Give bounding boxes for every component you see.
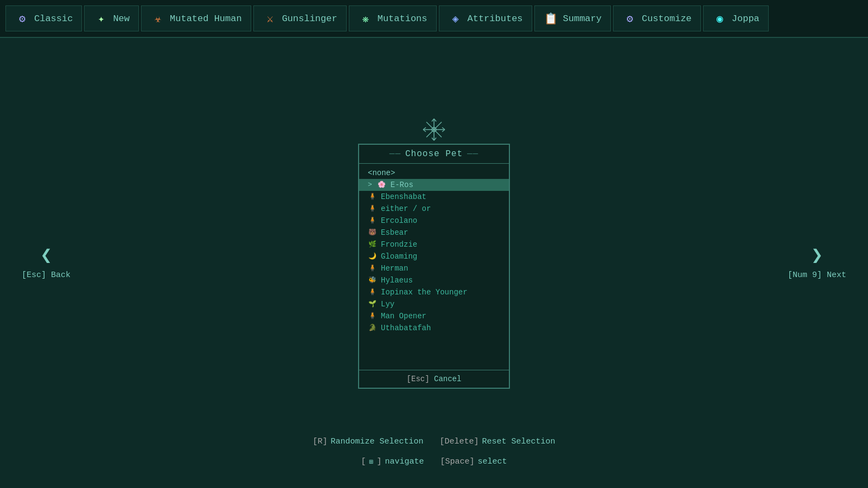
pet-item-gloaming[interactable]: 🌙 Gloaming: [359, 251, 509, 262]
pet-list: <none> > 🌸 E-Ros 🧍 Ebenshabat 🧍 either /…: [359, 164, 509, 370]
pet-item-ebenshabat[interactable]: 🧍 Ebenshabat: [359, 191, 509, 203]
pet-item-iopinax[interactable]: 🧍 Iopinax the Younger: [359, 286, 509, 298]
navigate-icon: [: [361, 457, 366, 466]
tab-joppa[interactable]: ◉ Joppa: [703, 5, 769, 31]
pet-item-lyy[interactable]: 🌱 Lyy: [359, 298, 509, 310]
dialog-footer: [Esc] Cancel: [359, 370, 509, 388]
tab-classic[interactable]: ⚙ Classic: [5, 5, 82, 31]
tab-attributes-label: Attributes: [468, 14, 523, 24]
mutated-human-icon: ☣: [150, 11, 165, 26]
tab-gunslinger-label: Gunslinger: [282, 14, 337, 24]
randomize-text: Randomize Selection: [330, 437, 423, 446]
pet-icon-hylaeus: 🐝: [368, 276, 376, 285]
title-right-dashes: ——: [467, 149, 478, 159]
pet-icon-herman: 🧍: [368, 264, 376, 273]
tab-new[interactable]: ✦ New: [84, 5, 139, 31]
selected-arrow-icon: >: [368, 181, 372, 189]
tab-mutated-human[interactable]: ☣ Mutated Human: [141, 5, 251, 31]
title-left-dashes: ——: [390, 149, 401, 159]
back-label: [Esc] Back: [22, 271, 71, 280]
pet-item-uthabatafah[interactable]: 🐊 Uthabatafah: [359, 322, 509, 334]
select-text: select: [477, 457, 507, 466]
pet-name-frondzie: Frondzie: [381, 240, 417, 249]
gamepad-icon: ⊞: [369, 458, 374, 466]
pet-name-either-or: either / or: [381, 204, 431, 213]
pet-name-herman: Herman: [381, 264, 408, 273]
customize-icon: ⚙: [622, 11, 637, 26]
tab-mutations-label: Mutations: [378, 14, 427, 24]
pet-item-hylaeus[interactable]: 🐝 Hylaeus: [359, 274, 509, 286]
tab-classic-label: Classic: [34, 14, 73, 24]
pet-item-frondzie[interactable]: 🌿 Frondzie: [359, 239, 509, 251]
pet-name-lyy: Lyy: [381, 300, 394, 309]
cancel-label: Cancel: [434, 375, 461, 383]
randomize-hint: [R] Randomize Selection: [312, 437, 423, 446]
reset-hint: [Delete] Reset Selection: [440, 437, 556, 446]
pet-icon-esbear: 🐻: [368, 228, 376, 237]
pet-icon-man-opener: 🧍: [368, 312, 376, 320]
summary-icon: 📋: [544, 11, 559, 26]
hint-row-1: [R] Randomize Selection [Delete] Reset S…: [312, 437, 555, 446]
tab-summary-label: Summary: [563, 14, 602, 24]
reset-key: [Delete]: [440, 437, 479, 446]
select-key: [Space]: [440, 457, 474, 466]
hint-row-2: [ ⊞ ] navigate [Space] select: [361, 457, 507, 466]
mutations-icon: ❋: [358, 11, 373, 26]
navigation-bar: ⚙ Classic ✦ New ☣ Mutated Human ⚔ Gunsli…: [0, 0, 868, 38]
pet-name-hylaeus: Hylaeus: [381, 276, 413, 285]
tab-attributes[interactable]: ◈ Attributes: [439, 5, 532, 31]
main-content: ❮ [Esc] Back: [0, 38, 868, 488]
navigate-bracket: ]: [376, 457, 381, 466]
gunslinger-icon: ⚔: [263, 11, 278, 26]
tab-mutated-human-label: Mutated Human: [170, 14, 242, 24]
cancel-key: [Esc]: [407, 375, 434, 383]
attributes-icon: ◈: [448, 11, 463, 26]
choose-pet-dialog: —— Choose Pet —— <none> > 🌸 E-Ros 🧍 Eben…: [358, 144, 510, 389]
next-navigation[interactable]: ❯ [Num 9] Next: [788, 247, 846, 280]
cancel-button[interactable]: [Esc] Cancel: [407, 375, 462, 383]
left-arrow-icon: ❮: [40, 247, 52, 266]
pet-item-either-or[interactable]: 🧍 either / or: [359, 203, 509, 215]
new-icon: ✦: [93, 11, 108, 26]
pet-icon-lyy: 🌱: [368, 300, 376, 309]
pet-name-e-ros: E-Ros: [391, 181, 413, 189]
pet-item-esbear[interactable]: 🐻 Esbear: [359, 227, 509, 239]
tab-mutations[interactable]: ❋ Mutations: [349, 5, 437, 31]
pet-name-gloaming: Gloaming: [381, 252, 417, 261]
pet-icon-uthabatafah: 🐊: [368, 324, 376, 332]
pet-icon-e-ros: 🌸: [378, 181, 386, 189]
pet-icon-gloaming: 🌙: [368, 252, 376, 261]
pet-item-e-ros[interactable]: > 🌸 E-Ros: [359, 179, 509, 191]
back-navigation[interactable]: ❮ [Esc] Back: [22, 247, 71, 280]
navigate-text: navigate: [385, 457, 424, 466]
tab-joppa-label: Joppa: [732, 14, 760, 24]
pet-item-man-opener[interactable]: 🧍 Man Opener: [359, 310, 509, 322]
select-hint: [Space] select: [440, 457, 507, 466]
tab-new-label: New: [113, 14, 130, 24]
tab-summary[interactable]: 📋 Summary: [534, 5, 611, 31]
pet-name-esbear: Esbear: [381, 228, 408, 237]
pet-icon-either-or: 🧍: [368, 204, 376, 213]
reset-text: Reset Selection: [482, 437, 556, 446]
dialog-title: Choose Pet: [405, 149, 463, 159]
pet-name-iopinax: Iopinax the Younger: [381, 288, 468, 297]
bottom-hints: [R] Randomize Selection [Delete] Reset S…: [0, 437, 868, 466]
tab-customize-label: Customize: [642, 14, 692, 24]
randomize-key: [R]: [312, 437, 327, 446]
dialog-decoration: [418, 116, 450, 149]
navigate-hint: [ ⊞ ] navigate: [361, 457, 424, 466]
tab-gunslinger[interactable]: ⚔ Gunslinger: [253, 5, 347, 31]
classic-icon: ⚙: [15, 11, 30, 26]
right-arrow-icon: ❯: [811, 247, 823, 266]
pet-icon-ebenshabat: 🧍: [368, 192, 376, 201]
pet-name-ercolano: Ercolano: [381, 216, 417, 225]
pet-name-man-opener: Man Opener: [381, 312, 426, 320]
pet-item-ercolano[interactable]: 🧍 Ercolano: [359, 215, 509, 227]
tab-customize[interactable]: ⚙ Customize: [613, 5, 701, 31]
pet-icon-frondzie: 🌿: [368, 240, 376, 249]
next-label: [Num 9] Next: [788, 271, 846, 280]
pet-name-ebenshabat: Ebenshabat: [381, 192, 426, 201]
pet-none[interactable]: <none>: [359, 167, 509, 179]
pet-icon-ercolano: 🧍: [368, 216, 376, 225]
pet-item-herman[interactable]: 🧍 Herman: [359, 262, 509, 274]
